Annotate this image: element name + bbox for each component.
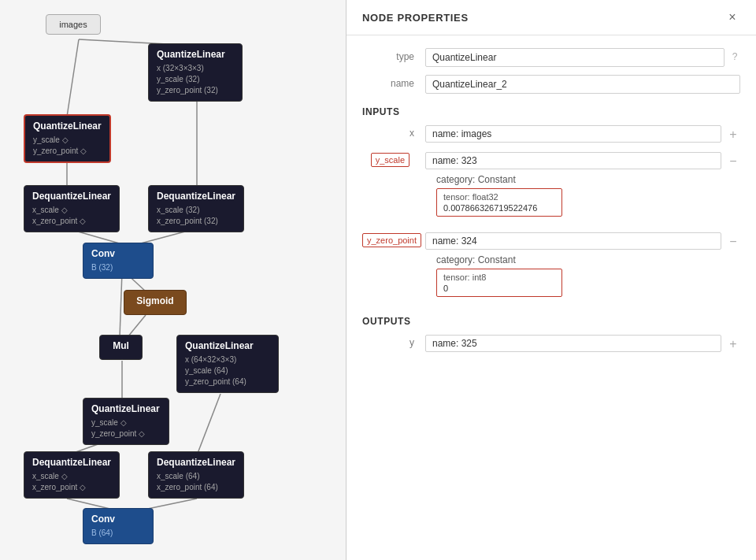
yscale-tensor-value: 0.007866326719522476 (443, 203, 555, 213)
input-yscale-tensor: tensor: float32 0.007866326719522476 (436, 188, 562, 217)
svg-line-8 (128, 315, 146, 337)
node-sigmoid-title: Sigmoid (132, 295, 178, 306)
svg-line-7 (120, 272, 122, 337)
svg-line-1 (67, 39, 79, 117)
node-dequantize3[interactable]: DequantizeLinear x_scale ◇ x_zero_point … (24, 451, 120, 499)
type-row: type QuantizeLinear ? (362, 48, 740, 67)
node-dequantize2-title: DequantizeLinear (157, 191, 235, 202)
input-yscale-header: y_scale name: 323 − (362, 152, 740, 169)
input-yscale-category: category: Constant (436, 174, 740, 185)
node-conv2[interactable]: Conv B (64) (83, 508, 154, 544)
yzeropoint-tensor-value: 0 (443, 284, 555, 293)
input-yzeropoint-action[interactable]: − (721, 234, 740, 249)
output-y-key: y (362, 335, 425, 348)
properties-body: type QuantizeLinear ? name QuantizeLinea… (346, 35, 756, 560)
output-y-header: y name: 325 + (362, 335, 740, 352)
input-yscale-key: y_scale (362, 152, 425, 165)
name-value[interactable]: QuantizeLinear_2 (425, 75, 740, 94)
node-conv2-title: Conv (91, 514, 145, 525)
node-mul[interactable]: Mul (99, 335, 143, 360)
input-yzeropoint-group: y_zero_point name: 324 − category: Const… (362, 232, 740, 303)
type-label: type (362, 48, 425, 62)
graph-panel: images QuantizeLinear x (32×3×3×3) y_sca… (0, 0, 346, 560)
properties-header: NODE PROPERTIES × (346, 0, 756, 35)
node-images-label: images (59, 20, 87, 29)
close-button[interactable]: × (724, 9, 740, 25)
output-y-name[interactable]: name: 325 (425, 335, 721, 352)
node-dequantize3-title: DequantizeLinear (32, 457, 111, 468)
svg-line-10 (197, 394, 220, 455)
input-yzeropoint-header: y_zero_point name: 324 − (362, 232, 740, 250)
node-mul-title: Mul (108, 340, 134, 351)
node-quantize2-title: QuantizeLinear (185, 340, 270, 351)
input-yzeropoint-category: category: Constant (436, 254, 740, 265)
yzeropoint-label-badge: y_zero_point (362, 233, 421, 247)
node-quantize1[interactable]: QuantizeLinear x (32×3×3×3) y_scale (32)… (148, 43, 243, 102)
input-yscale-group: y_scale name: 323 − category: Constant t… (362, 152, 740, 223)
node-dequantize4-title: DequantizeLinear (157, 457, 235, 468)
node-sigmoid[interactable]: Sigmoid (124, 290, 187, 315)
node-conv1[interactable]: Conv B (32) (83, 243, 154, 279)
inputs-section-title: INPUTS (362, 106, 740, 117)
node-dequantize1-title: DequantizeLinear (32, 191, 111, 202)
node-quantize-selected-title: QuantizeLinear (33, 121, 102, 132)
name-label: name (362, 75, 425, 89)
name-row: name QuantizeLinear_2 (362, 75, 740, 94)
properties-title: NODE PROPERTIES (362, 12, 469, 24)
input-x-key: x (362, 125, 425, 139)
node-dequantize2[interactable]: DequantizeLinear x_scale (32) x_zero_poi… (148, 185, 244, 232)
input-yzeropoint-name[interactable]: name: 324 (425, 232, 721, 250)
node-quantize-selected[interactable]: QuantizeLinear y_scale ◇ y_zero_point ◇ (24, 114, 111, 163)
output-y-group: y name: 325 + (362, 335, 740, 352)
yzeropoint-tensor-type: tensor: int8 (443, 273, 555, 282)
node-quantize1-title: QuantizeLinear (157, 49, 234, 60)
node-dequantize4[interactable]: DequantizeLinear x_scale (64) x_zero_poi… (148, 451, 244, 499)
outputs-section-title: OUTPUTS (362, 316, 740, 327)
input-x-name-row: name: images + (425, 125, 740, 143)
node-quantize2[interactable]: QuantizeLinear x (64×32×3×3) y_scale (64… (176, 335, 279, 393)
input-yscale-name[interactable]: name: 323 (425, 152, 721, 169)
yscale-label-badge: y_scale (371, 153, 410, 167)
input-x-header: x name: images + (362, 125, 740, 143)
node-quantize3-title: QuantizeLinear (91, 403, 161, 414)
input-yzeropoint-key: y_zero_point (362, 232, 425, 246)
properties-panel: NODE PROPERTIES × type QuantizeLinear ? … (346, 0, 756, 560)
node-images[interactable]: images (46, 14, 101, 35)
input-x-name[interactable]: name: images (425, 125, 721, 143)
input-yzeropoint-tensor: tensor: int8 0 (436, 269, 562, 297)
input-yscale-action[interactable]: − (721, 154, 740, 169)
type-value[interactable]: QuantizeLinear (425, 48, 724, 67)
output-y-name-row: name: 325 + (425, 335, 740, 352)
node-quantize3[interactable]: QuantizeLinear y_scale ◇ y_zero_point ◇ (83, 398, 169, 445)
input-yscale-name-row: name: 323 − (425, 152, 740, 169)
input-x-group: x name: images + (362, 125, 740, 143)
type-help[interactable]: ? (724, 48, 740, 62)
input-yzeropoint-name-row: name: 324 − (425, 232, 740, 250)
node-conv1-title: Conv (91, 248, 145, 259)
node-dequantize1[interactable]: DequantizeLinear x_scale ◇ x_zero_point … (24, 185, 120, 232)
input-x-action[interactable]: + (721, 127, 740, 142)
yscale-tensor-type: tensor: float32 (443, 192, 555, 202)
output-y-action[interactable]: + (721, 336, 740, 351)
